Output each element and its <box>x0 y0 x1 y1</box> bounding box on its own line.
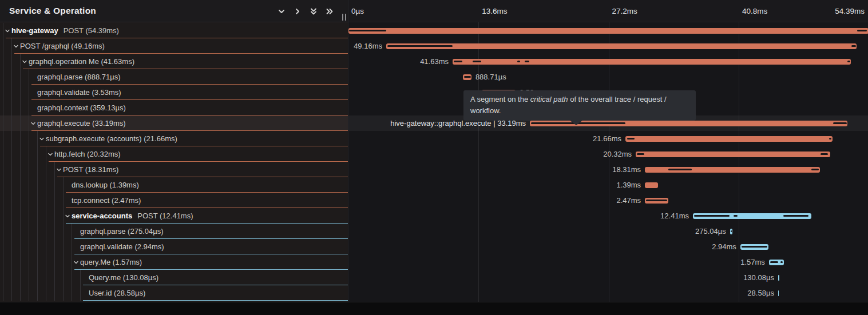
chevrons-down-icon[interactable] <box>309 7 318 16</box>
span-tree-row[interactable]: Query.me (130.08µs) <box>0 270 348 285</box>
collapse-chevron-icon[interactable] <box>73 260 79 265</box>
span-tree-row[interactable]: http.fetch (20.32ms) <box>0 146 348 162</box>
indent-guide <box>80 270 81 285</box>
span-label: graphql.execute (33.19ms) <box>37 115 126 131</box>
indent-guide <box>46 239 46 254</box>
span-duration-bar[interactable] <box>769 260 784 265</box>
indent-guide <box>72 239 72 254</box>
bar-duration-label: 49.16ms <box>354 38 382 54</box>
indent-guide <box>63 224 64 239</box>
span-label: tcp.connect (2.47ms) <box>72 193 141 208</box>
indent-guide <box>20 285 21 301</box>
indent-guide <box>46 254 46 270</box>
span-duration-bar[interactable] <box>386 43 857 49</box>
critical-path-segment <box>668 169 692 170</box>
indent-guide <box>11 285 12 301</box>
indent-guide <box>37 131 38 146</box>
span-tree-row[interactable]: graphql.validate (3.53ms) <box>0 85 348 100</box>
tooltip-text: A segment on the critical path of the ov… <box>470 95 667 115</box>
indent-guide <box>3 100 3 115</box>
bar-duration-label: 2.47ms <box>616 193 641 208</box>
span-duration-bar[interactable] <box>778 290 779 296</box>
span-tree-row[interactable]: graphql.context (359.13µs) <box>0 100 348 115</box>
bar-duration-label: 12.41ms <box>660 208 689 224</box>
span-duration-bar[interactable] <box>636 151 830 157</box>
indent-guide <box>20 115 21 131</box>
indent-guide <box>46 146 46 162</box>
indent-guide <box>3 270 3 285</box>
chevron-down-icon[interactable] <box>277 7 286 16</box>
span-tree-row[interactable]: query.Me (1.57ms) <box>0 254 348 270</box>
collapse-chevron-icon[interactable] <box>39 136 45 142</box>
indent-guide <box>3 224 3 239</box>
span-duration-bar[interactable] <box>348 28 868 34</box>
indent-guide <box>46 193 46 208</box>
span-tree-row[interactable]: POST /graphql (49.16ms) <box>0 38 348 54</box>
indent-guide <box>29 254 29 270</box>
chevrons-right-icon[interactable] <box>325 7 334 16</box>
critical-path-segment <box>780 261 783 263</box>
indent-guide <box>46 285 46 301</box>
span-duration-bar[interactable] <box>693 213 811 219</box>
span-tree-row[interactable]: graphql.execute (33.19ms) <box>0 115 348 131</box>
span-tree-row[interactable]: tcp.connect (2.47ms) <box>0 193 348 208</box>
bar-duration-label: 41.63ms <box>420 54 449 69</box>
span-label: graphql.parse (275.04µs) <box>80 224 164 239</box>
indent-guide <box>37 177 38 193</box>
bar-duration-label: 2.94ms <box>712 239 736 254</box>
chevron-right-icon[interactable] <box>293 7 302 16</box>
indent-guide <box>37 208 38 224</box>
span-tree-row[interactable]: graphql.parse (888.71µs) <box>0 69 348 85</box>
axis-tick-label: 54.39ms <box>835 0 865 22</box>
span-tree-row[interactable]: subgraph.execute (accounts) (21.66ms) <box>0 131 348 146</box>
span-duration-bar[interactable] <box>645 167 820 173</box>
indent-guide <box>29 69 29 85</box>
span-tree-row[interactable]: POST (18.31ms) <box>0 162 348 177</box>
indent-guide <box>63 270 64 285</box>
panel-resize-handle[interactable] <box>340 14 348 22</box>
indent-guide <box>11 254 12 270</box>
span-tree-row[interactable]: User.id (28.58µs) <box>0 285 348 301</box>
critical-path-segment <box>454 61 462 62</box>
critical-path-segment <box>387 45 453 47</box>
span-duration-bar[interactable] <box>463 74 471 80</box>
critical-path-segment <box>646 200 667 201</box>
collapse-chevron-icon[interactable] <box>56 167 62 173</box>
indent-guide <box>29 131 29 146</box>
span-tree-row[interactable]: graphql.parse (275.04µs) <box>0 224 348 239</box>
indent-guide <box>11 38 12 54</box>
critical-path-segment <box>851 45 856 47</box>
span-tree-row[interactable]: dns.lookup (1.39ms) <box>0 177 348 193</box>
indent-guide <box>20 85 21 100</box>
span-duration-bar[interactable] <box>625 136 833 142</box>
collapse-chevron-icon[interactable] <box>65 213 70 219</box>
indent-guide <box>29 270 29 285</box>
indent-guide <box>46 162 46 177</box>
span-duration-bar[interactable] <box>740 244 768 250</box>
span-tree-row[interactable]: service-accountsPOST (12.41ms) <box>0 208 348 224</box>
collapse-chevron-icon[interactable] <box>5 28 10 34</box>
critical-path-segment <box>731 230 732 232</box>
indent-guide <box>11 162 12 177</box>
critical-path-tooltip: A segment on the critical path of the ov… <box>463 90 696 121</box>
span-duration-bar[interactable] <box>730 229 733 234</box>
span-duration-bar[interactable] <box>645 182 658 188</box>
span-tree-row[interactable]: hive-gatewayPOST (54.39ms) <box>0 23 348 38</box>
span-tree-row[interactable]: graphql.operation Me (41.63ms) <box>0 54 348 69</box>
indent-guide <box>29 285 29 301</box>
span-tree-row[interactable]: graphql.validate (2.94ms) <box>0 239 348 254</box>
indent-guide <box>11 69 12 85</box>
bar-duration-label: 18.31ms <box>612 162 641 177</box>
collapse-chevron-icon[interactable] <box>22 59 27 65</box>
axis-tick-label: 27.2ms <box>612 0 637 22</box>
collapse-chevron-icon[interactable] <box>30 121 36 126</box>
span-duration-bar[interactable] <box>778 275 779 281</box>
indent-guide <box>11 131 12 146</box>
collapse-chevron-icon[interactable] <box>13 43 19 49</box>
indent-guide <box>20 69 21 85</box>
trace-waterfall-view: Service & Operation hive-gatewayPOST (54… <box>0 0 868 315</box>
collapse-chevron-icon[interactable] <box>47 151 53 157</box>
indent-guide <box>3 38 3 54</box>
span-duration-bar[interactable] <box>645 198 668 204</box>
span-duration-bar[interactable] <box>453 59 851 65</box>
